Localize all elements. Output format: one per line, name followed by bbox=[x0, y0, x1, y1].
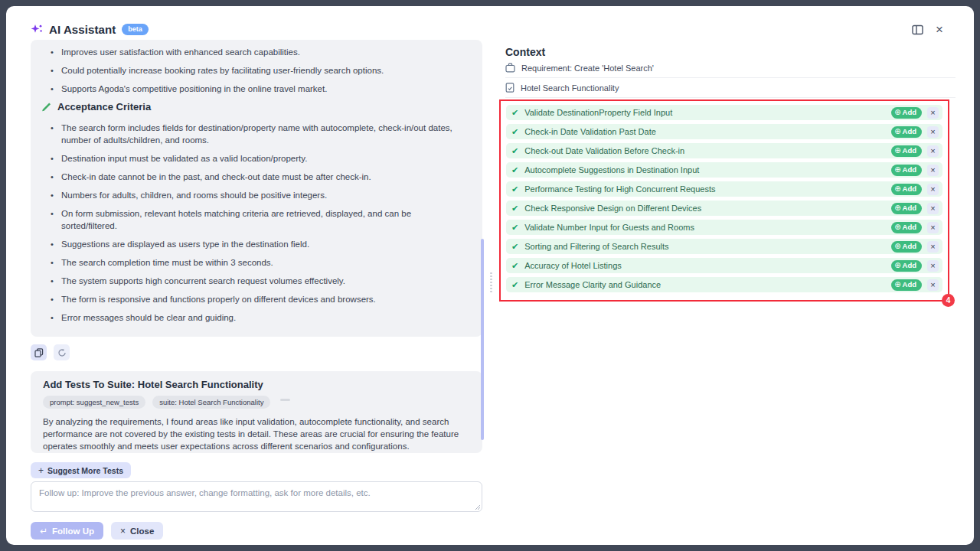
add-button-label: Add bbox=[903, 185, 916, 193]
suggested-test-row: ✔ Check-out Date Validation Before Check… bbox=[506, 143, 942, 158]
check-icon: ✔ bbox=[511, 166, 518, 174]
close-icon: × bbox=[930, 262, 935, 270]
check-icon: ✔ bbox=[511, 204, 518, 213]
suggested-test-row: ✔ Check-in Date Validation Past Date ⊕ A… bbox=[506, 124, 942, 139]
suggested-test-row: ✔ Sorting and Filtering of Search Result… bbox=[506, 239, 942, 254]
context-requirement-row[interactable]: Requirement: Create 'Hotel Search' bbox=[505, 58, 956, 78]
close-button[interactable]: × Close bbox=[111, 522, 163, 540]
check-icon: ✔ bbox=[511, 147, 518, 155]
dismiss-test-button[interactable]: × bbox=[927, 107, 939, 119]
dismiss-test-button[interactable]: × bbox=[927, 260, 939, 272]
add-button-label: Add bbox=[903, 281, 916, 289]
dismiss-test-button[interactable]: × bbox=[927, 203, 939, 214]
close-icon: × bbox=[930, 147, 935, 155]
context-suite-label: Hotel Search Functionality bbox=[521, 83, 619, 93]
check-icon: ✔ bbox=[511, 262, 518, 270]
panel-resize-handle[interactable] bbox=[489, 272, 492, 292]
add-test-button[interactable]: ⊕ Add bbox=[891, 165, 922, 176]
add-test-button[interactable]: ⊕ Add bbox=[891, 279, 922, 291]
suggested-test-label: Validate DestinationProperty Field Input bbox=[524, 108, 891, 117]
close-icon: × bbox=[930, 185, 935, 194]
suggested-test-row: ✔ Accuracy of Hotel Listings ⊕ Add × bbox=[506, 258, 942, 273]
intro-bullet: Could potentially increase booking rates… bbox=[49, 64, 462, 77]
file-check-icon bbox=[505, 83, 514, 93]
plus-circle-icon: ⊕ bbox=[894, 166, 900, 174]
add-test-button[interactable]: ⊕ Add bbox=[891, 260, 922, 272]
dismiss-test-button[interactable]: × bbox=[927, 165, 939, 176]
plus-circle-icon: ⊕ bbox=[894, 262, 900, 269]
add-test-button[interactable]: ⊕ Add bbox=[891, 107, 922, 119]
follow-up-input[interactable] bbox=[31, 481, 482, 512]
dismiss-test-button[interactable]: × bbox=[927, 222, 939, 233]
tag-pill: prompt: suggest_new_tests bbox=[43, 396, 145, 409]
close-icon: × bbox=[930, 166, 935, 174]
suggested-test-row: ✔ Check Responsive Design on Different D… bbox=[506, 201, 942, 216]
suggested-test-label: Performance Testing for High Concurrent … bbox=[524, 184, 891, 194]
plus-circle-icon: ⊕ bbox=[894, 281, 900, 289]
chat-scrollbar-thumb[interactable] bbox=[481, 239, 484, 440]
add-test-button[interactable]: ⊕ Add bbox=[891, 145, 922, 157]
copy-icon bbox=[34, 348, 44, 357]
acceptance-criteria-heading: Acceptance Criteria bbox=[41, 101, 472, 112]
add-test-button[interactable]: ⊕ Add bbox=[891, 126, 922, 138]
suggested-test-label: Check-out Date Validation Before Check-i… bbox=[524, 146, 891, 155]
panel-title: AI Assistant bbox=[49, 23, 116, 36]
close-icon: × bbox=[930, 128, 935, 136]
regenerate-button[interactable] bbox=[54, 344, 70, 360]
acceptance-bullet: On form submission, relevant hotels matc… bbox=[49, 207, 462, 232]
acceptance-bullet: Numbers for adults, children, and rooms … bbox=[49, 189, 462, 201]
context-title: Context bbox=[505, 46, 956, 58]
close-button-label: Close bbox=[130, 527, 154, 536]
close-panel-button[interactable]: × bbox=[936, 24, 943, 35]
intro-bullet-list: Improves user satisfaction with enhanced… bbox=[49, 46, 472, 95]
add-button-label: Add bbox=[903, 147, 916, 155]
add-button-label: Add bbox=[903, 223, 916, 231]
suite-card-tags: prompt: suggest_new_tests suite: Hotel S… bbox=[43, 396, 470, 409]
follow-up-button[interactable]: ↵ Follow Up bbox=[31, 522, 103, 540]
dismiss-test-button[interactable]: × bbox=[927, 145, 939, 157]
ai-assistant-panel: AI Assistant beta × Improves user satisf… bbox=[6, 6, 974, 545]
suggested-test-label: Check Responsive Design on Different Dev… bbox=[524, 204, 891, 213]
plus-circle-icon: ⊕ bbox=[894, 109, 900, 116]
plus-icon: + bbox=[38, 465, 44, 476]
suggested-test-label: Autocomplete Suggestions in Destination … bbox=[524, 165, 891, 174]
intro-bullet: Supports Agoda's competitive positioning… bbox=[49, 83, 462, 95]
suggested-test-row: ✔ Performance Testing for High Concurren… bbox=[506, 181, 942, 197]
add-button-label: Add bbox=[903, 204, 916, 212]
return-icon: ↵ bbox=[40, 526, 47, 536]
acceptance-bullet: Check-in date cannot be in the past, and… bbox=[49, 171, 462, 183]
dismiss-test-button[interactable]: × bbox=[927, 279, 939, 291]
context-panel: Context Requirement: Create 'Hotel Searc… bbox=[499, 46, 956, 302]
add-test-button[interactable]: ⊕ Add bbox=[891, 203, 922, 214]
acceptance-bullet-list: The search form includes fields for dest… bbox=[49, 122, 472, 324]
add-test-button[interactable]: ⊕ Add bbox=[891, 241, 922, 253]
add-button-label: Add bbox=[903, 262, 916, 269]
acceptance-criteria-title: Acceptance Criteria bbox=[57, 101, 151, 112]
annotation-rectangle: ✔ Validate DestinationProperty Field Inp… bbox=[499, 99, 949, 302]
close-icon: × bbox=[930, 204, 935, 213]
refresh-icon bbox=[57, 348, 67, 357]
acceptance-bullet: The search form includes fields for dest… bbox=[49, 122, 462, 146]
assistant-message-card: Improves user satisfaction with enhanced… bbox=[31, 40, 482, 337]
suggested-test-row: ✔ Validate DestinationProperty Field Inp… bbox=[506, 105, 942, 120]
copy-button[interactable] bbox=[31, 344, 47, 360]
plus-circle-icon: ⊕ bbox=[894, 185, 900, 193]
add-test-button[interactable]: ⊕ Add bbox=[891, 222, 922, 233]
suggested-test-label: Accuracy of Hotel Listings bbox=[524, 261, 891, 270]
dismiss-test-button[interactable]: × bbox=[927, 241, 939, 253]
dismiss-test-button[interactable]: × bbox=[927, 126, 939, 138]
check-icon: ✔ bbox=[511, 185, 518, 194]
suggest-more-tests-button[interactable]: + Suggest More Tests bbox=[31, 462, 131, 478]
acceptance-bullet: The search completion time must be withi… bbox=[49, 256, 462, 269]
panel-layout-toggle-button[interactable] bbox=[912, 24, 923, 35]
check-icon: ✔ bbox=[511, 109, 518, 117]
add-test-button[interactable]: ⊕ Add bbox=[891, 184, 922, 195]
tags-overflow-dash bbox=[280, 399, 290, 401]
check-icon: ✔ bbox=[511, 281, 518, 289]
check-icon: ✔ bbox=[511, 128, 518, 136]
dismiss-test-button[interactable]: × bbox=[927, 184, 939, 195]
chat-column: Improves user satisfaction with enhanced… bbox=[31, 40, 482, 539]
suggested-test-label: Check-in Date Validation Past Date bbox=[524, 127, 891, 136]
context-suite-row[interactable]: Hotel Search Functionality bbox=[505, 78, 956, 98]
context-requirement-label: Requirement: Create 'Hotel Search' bbox=[521, 64, 654, 73]
